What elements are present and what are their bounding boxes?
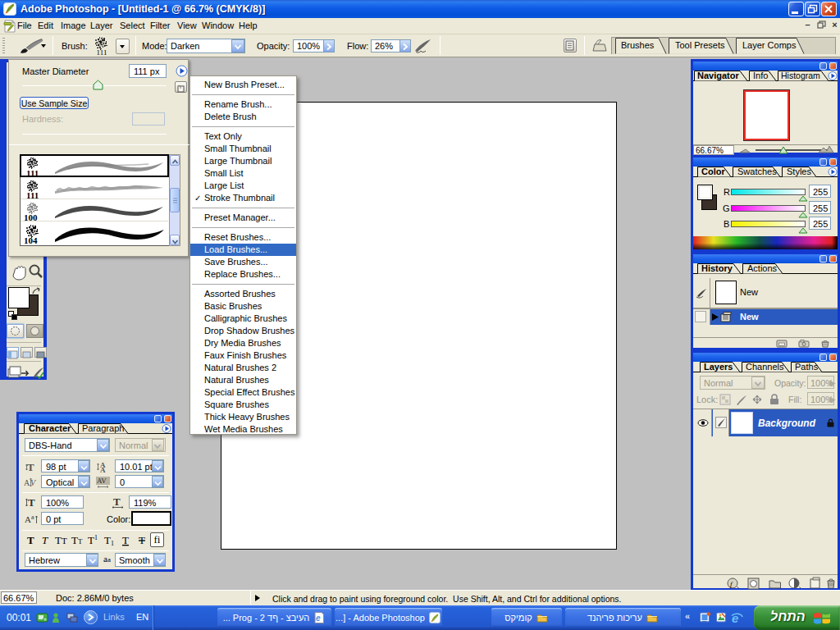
svg-text:T: T bbox=[71, 534, 78, 546]
svg-text:T: T bbox=[104, 534, 111, 546]
svg-text:T: T bbox=[27, 461, 34, 472]
svg-text:AV: AV bbox=[97, 477, 107, 485]
svg-text:Tool Presets: Tool Presets bbox=[675, 40, 725, 50]
svg-text:Actions: Actions bbox=[747, 263, 778, 273]
svg-text:A: A bbox=[24, 478, 30, 487]
svg-text:T: T bbox=[88, 534, 94, 546]
svg-text:T: T bbox=[42, 534, 48, 546]
svg-text:T: T bbox=[28, 496, 35, 509]
svg-text:A: A bbox=[25, 514, 31, 524]
svg-text:T: T bbox=[122, 534, 129, 546]
svg-text:Styles: Styles bbox=[787, 167, 811, 176]
svg-text:Brushes: Brushes bbox=[621, 40, 655, 50]
svg-text:Layers: Layers bbox=[704, 362, 733, 372]
svg-text:Character: Character bbox=[29, 423, 71, 433]
svg-text:Swatches: Swatches bbox=[737, 167, 777, 176]
svg-text:Paragraph: Paragraph bbox=[82, 423, 124, 433]
svg-text:T: T bbox=[62, 536, 67, 546]
svg-text:Navigator: Navigator bbox=[697, 71, 739, 80]
svg-text:T: T bbox=[78, 537, 83, 546]
svg-text:History: History bbox=[701, 263, 733, 273]
svg-text:a: a bbox=[31, 514, 34, 521]
svg-text:Info: Info bbox=[753, 71, 768, 80]
svg-text:Histogram: Histogram bbox=[781, 71, 820, 80]
svg-text:1: 1 bbox=[111, 540, 114, 547]
svg-text:Color: Color bbox=[701, 167, 725, 176]
svg-text:T: T bbox=[55, 534, 62, 546]
svg-text:Layer Comps: Layer Comps bbox=[742, 40, 797, 50]
svg-text:A: A bbox=[100, 466, 106, 472]
svg-text:Paths: Paths bbox=[795, 362, 819, 372]
svg-text:e: e bbox=[316, 614, 321, 623]
svg-text:T: T bbox=[27, 534, 34, 546]
svg-text:1: 1 bbox=[94, 534, 98, 541]
svg-text:Channels: Channels bbox=[746, 362, 784, 372]
svg-text:T: T bbox=[113, 496, 121, 508]
svg-text:T: T bbox=[139, 534, 145, 546]
